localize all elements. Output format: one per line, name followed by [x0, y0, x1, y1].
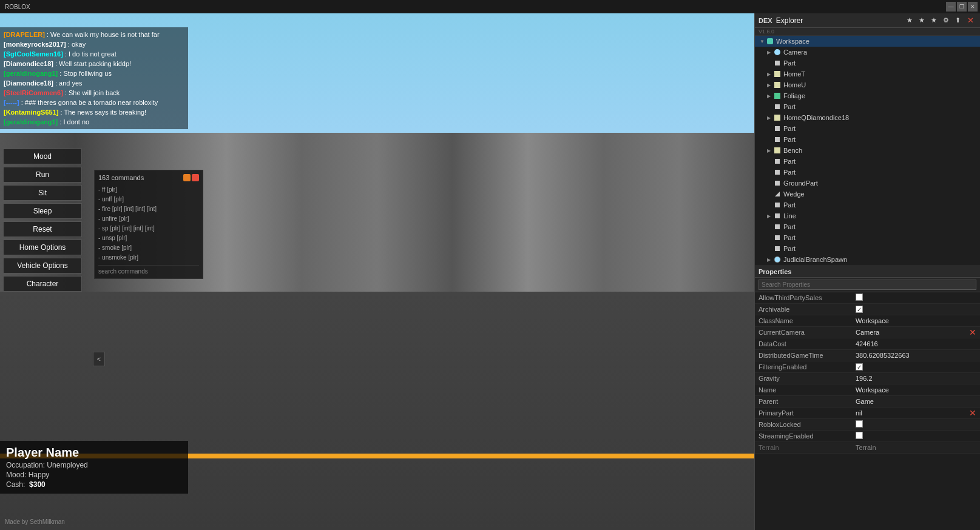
tree-item-bench[interactable]: ▶ Bench — [755, 145, 980, 156]
checkbox-robloxlocked[interactable] — [856, 420, 863, 428]
part-label-10: Part — [783, 245, 796, 252]
search-commands-label[interactable]: search commands — [98, 265, 199, 275]
tree-item-part-5[interactable]: Part — [755, 156, 980, 167]
tree-item-groundpart[interactable]: GroundPart — [755, 178, 980, 189]
prop-val-name: Workspace — [856, 386, 976, 394]
chat-username-2: [monkeyrocks2017] — [4, 41, 66, 48]
part-icon-2 — [773, 102, 782, 111]
prop-archivable: Archivable — [755, 304, 980, 315]
search-properties-input[interactable] — [759, 280, 976, 290]
svg-rect-9 — [775, 137, 780, 142]
tree-item-part-10[interactable]: Part — [755, 243, 980, 254]
tree-item-part-9[interactable]: Part — [755, 232, 980, 243]
prop-terrain: Terrain Terrain — [755, 442, 980, 454]
properties-section: Properties AllowThirdPartySales Archivab… — [755, 266, 980, 530]
command-unff: - unff [plr] — [98, 195, 199, 204]
mood-button[interactable]: Mood — [3, 149, 82, 164]
dex-version: V1.6.0 — [755, 28, 980, 36]
bench-label: Bench — [783, 147, 802, 154]
sit-button[interactable]: Sit — [3, 185, 82, 201]
tree-item-line[interactable]: ▶ Line — [755, 210, 980, 221]
prop-val-parent: Game — [856, 398, 976, 405]
prop-robloxlocked: RobloxLocked — [755, 419, 980, 431]
commands-minimize-button[interactable] — [183, 174, 191, 181]
prop-parent: Parent Game — [755, 396, 980, 408]
chat-text-3: : I do tis not great — [65, 50, 117, 58]
minimize-button[interactable]: — — [946, 2, 956, 12]
svg-point-20 — [774, 257, 780, 263]
chat-username-8: [-----] — [4, 99, 19, 106]
tree-item-part-2[interactable]: Part — [755, 101, 980, 112]
chat-message-5: [geraldinogang1] : Stop folliwing us — [4, 69, 184, 78]
command-fire: - fire [plr] [int] [int] [int] — [98, 204, 199, 214]
close-window-button[interactable]: ✕ — [968, 2, 978, 12]
prop-name-currentcamera: CurrentCamera — [759, 329, 856, 336]
delete-primarypart-button[interactable]: ✕ — [969, 408, 976, 418]
reset-button[interactable]: Reset — [3, 221, 82, 237]
command-close-buttons — [183, 174, 199, 181]
tree-item-camera[interactable]: ▶ Camera — [755, 47, 980, 58]
tree-item-judicial[interactable]: ▶ JudicialBranchSpawn — [755, 254, 980, 265]
tree-item-homet[interactable]: ▶ HomeT — [755, 69, 980, 79]
explorer-tree: ▼ Workspace ▶ Camera Part ▶ — [755, 36, 980, 266]
foliage-icon — [773, 92, 782, 100]
game-viewport[interactable]: [DRAPELER] : We can walk my house is not… — [0, 0, 754, 530]
run-button[interactable]: Run — [3, 167, 82, 183]
checkbox-filteringenabled[interactable] — [856, 363, 863, 371]
dex-star-icon-3[interactable]: ★ — [929, 16, 939, 25]
tree-item-part-6[interactable]: Part — [755, 167, 980, 178]
prop-allow-third-party: AllowThirdPartySales — [755, 292, 980, 304]
tree-item-homeu[interactable]: ▶ HomeU — [755, 79, 980, 90]
homeq-icon — [773, 113, 782, 122]
collapse-arrow[interactable]: < — [93, 352, 105, 366]
chat-username-5: [geraldinogang1] — [4, 70, 58, 77]
commands-close-button[interactable] — [192, 174, 199, 181]
tree-item-part-8[interactable]: Part — [755, 221, 980, 232]
sleep-button[interactable]: Sleep — [3, 203, 82, 219]
workspace-icon — [766, 37, 774, 45]
arrow-judicial: ▶ — [767, 257, 773, 263]
checkbox-allow[interactable] — [856, 294, 863, 301]
homeq-label: HomeQDiamondice18 — [783, 114, 849, 121]
command-smoke: - smoke [plr] — [98, 243, 199, 253]
tree-item-homeq[interactable]: ▶ HomeQDiamondice18 — [755, 112, 980, 123]
prop-primarypart: PrimaryPart nil ✕ — [755, 408, 980, 419]
tree-item-part-4[interactable]: Part — [755, 134, 980, 145]
player-name: Player Name — [6, 446, 182, 460]
command-sp: - sp [plr] [int] [int] [int] — [98, 224, 199, 233]
vehicle-options-button[interactable]: Vehicle Options — [3, 258, 82, 273]
tree-item-foliage[interactable]: ▶ Foliage — [755, 90, 980, 101]
checkbox-streamingenabled[interactable] — [856, 432, 863, 439]
chat-text-5: : Stop folliwing us — [59, 70, 112, 77]
commands-title: 163 commands — [98, 174, 144, 181]
home-options-button[interactable]: Home Options — [3, 240, 82, 255]
prop-val-allow — [856, 294, 976, 302]
line-icon — [773, 212, 782, 220]
chat-message-3: [SgtCoolSemen16] : I do tis not great — [4, 49, 184, 59]
delete-currentcamera-button[interactable]: ✕ — [969, 327, 976, 337]
dex-upload-icon[interactable]: ⬆ — [953, 16, 962, 25]
tree-item-wedge-1[interactable]: Wedge — [755, 189, 980, 200]
command-unsmoke: - unsmoke [plr] — [98, 253, 199, 263]
dex-gear-icon[interactable]: ⚙ — [941, 16, 951, 25]
chat-username-1: [DRAPELER] — [4, 31, 45, 38]
svg-rect-10 — [774, 147, 780, 153]
svg-rect-0 — [767, 38, 773, 44]
dex-star-icon-2[interactable]: ★ — [917, 16, 927, 25]
character-button[interactable]: Character — [3, 276, 82, 292]
tree-item-part-3[interactable]: Part — [755, 123, 980, 134]
arrow-foliage: ▶ — [767, 93, 773, 99]
bench-icon — [773, 146, 782, 155]
tree-item-workspace[interactable]: ▼ Workspace — [755, 36, 980, 47]
maximize-button[interactable]: ❐ — [957, 2, 967, 12]
dex-header: DEX Explorer ★ ★ ★ ⚙ ⬆ ✕ — [755, 13, 980, 28]
prop-datacost: DataCost 424616 — [755, 338, 980, 350]
dex-star-icon-1[interactable]: ★ — [905, 16, 914, 25]
tree-item-part-7[interactable]: Part — [755, 200, 980, 210]
svg-rect-4 — [774, 82, 780, 88]
part-label-2: Part — [783, 103, 796, 110]
tree-item-part-1[interactable]: Part — [755, 58, 980, 69]
dex-close-button[interactable]: ✕ — [965, 15, 976, 25]
titlebar: ROBLOX — ❐ ✕ — [0, 0, 980, 13]
checkbox-archivable[interactable] — [856, 306, 863, 313]
